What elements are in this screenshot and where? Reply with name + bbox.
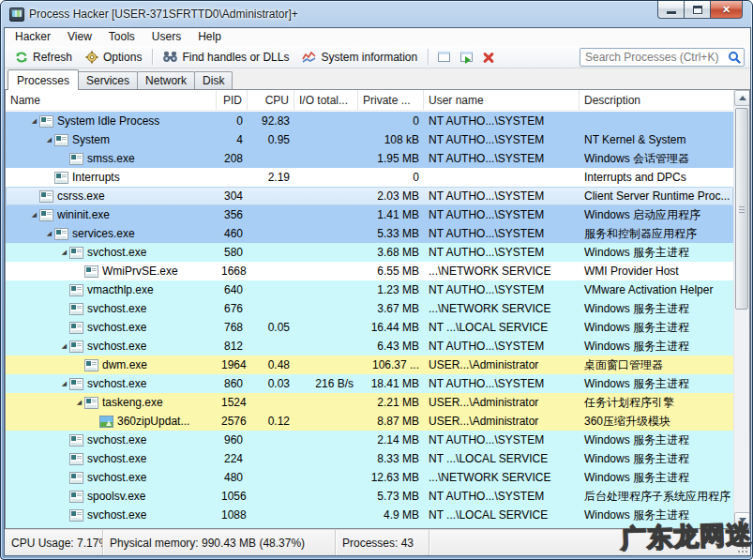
tab-bar: ProcessesServicesNetworkDisk — [5, 68, 750, 89]
expander-icon[interactable]: ◢ — [44, 136, 54, 144]
cell-cpu: 92.83 — [248, 114, 294, 128]
cell-name: svchost.exe — [6, 452, 217, 465]
table-row[interactable]: svchost.exe 768 0.05 16.44 MB NT ...\LOC… — [6, 318, 733, 337]
menu-item-hacker[interactable]: Hacker — [7, 28, 59, 46]
column-header-desc[interactable]: Description — [580, 90, 749, 110]
find-handles-label: Find handles or DLLs — [182, 51, 289, 64]
cell-user-name: NT AUTHO...\SYSTEM — [424, 189, 580, 203]
table-row[interactable]: csrss.exe 304 2.03 MB NT AUTHO...\SYSTEM… — [6, 187, 733, 205]
cell-description: NT Kernel & System — [580, 133, 733, 146]
menu-item-users[interactable]: Users — [143, 28, 189, 46]
find-handles-button[interactable]: Find handles or DLLs — [157, 47, 295, 67]
table-row[interactable]: vmacthlp.exe 640 1.23 MB NT AUTHO...\SYS… — [6, 280, 733, 299]
cell-pid: 460 — [217, 227, 248, 240]
process-name: svchost.exe — [87, 452, 146, 465]
table-row[interactable]: ◢ svchost.exe 812 6.43 MB NT AUTHO...\SY… — [6, 337, 733, 356]
terminate-button[interactable] — [477, 47, 500, 67]
expander-icon[interactable]: ◢ — [29, 117, 39, 125]
cell-private: 12.63 MB — [358, 471, 424, 484]
scrollbar-thumb[interactable] — [735, 108, 748, 310]
toolbar-separator — [152, 49, 153, 65]
expander-icon[interactable]: ◢ — [59, 342, 69, 350]
cell-description: Client Server Runtime Proc... — [580, 189, 733, 203]
cell-description: 任务计划程序引擎 — [580, 395, 733, 411]
system-information-button[interactable]: System information — [295, 47, 424, 67]
table-row[interactable]: Interrupts 2.19 0 Interrupts and DPCs — [6, 168, 733, 187]
column-header-pid[interactable]: PID — [217, 90, 248, 110]
search-input[interactable] — [585, 51, 728, 64]
tab-processes[interactable]: Processes — [8, 69, 79, 90]
column-header-cpu[interactable]: CPU — [248, 90, 294, 110]
refresh-label: Refresh — [33, 51, 72, 64]
refresh-button[interactable]: Refresh — [8, 47, 79, 67]
table-row[interactable]: ◢ System 4 0.95 108 kB NT AUTHO...\SYSTE… — [6, 130, 733, 149]
process-icon — [39, 115, 53, 128]
cell-private: 8.33 MB — [358, 452, 424, 465]
tab-disk[interactable]: Disk — [194, 71, 233, 89]
table-row[interactable]: spoolsv.exe 1056 5.73 MB NT AUTHO...\SYS… — [6, 487, 733, 506]
table-row[interactable]: dwm.exe 1964 0.48 106.37 ... USER...\Adm… — [6, 356, 733, 374]
column-header-user[interactable]: User name — [424, 90, 580, 110]
expander-icon[interactable]: ◢ — [59, 380, 69, 387]
process-icon — [69, 153, 83, 165]
column-header-row: NamePIDCPUI/O total...Private ...User na… — [6, 90, 749, 111]
window-go-button[interactable] — [455, 47, 477, 67]
table-row[interactable]: svchost.exe 480 12.63 MB ...\NETWORK SER… — [6, 468, 733, 487]
table-row[interactable]: svchost.exe 676 3.67 MB ...\NETWORK SERV… — [6, 299, 733, 318]
scroll-up-button[interactable] — [734, 90, 750, 106]
cell-private: 1.41 MB — [358, 208, 424, 221]
red-x-icon — [483, 52, 494, 63]
table-row[interactable]: ◢ services.exe 460 5.33 MB NT AUTHO...\S… — [6, 224, 733, 243]
cell-user-name: USER...\Administrator — [424, 415, 580, 428]
table-row[interactable]: svchost.exe 224 8.33 MB NT ...\LOCAL SER… — [6, 449, 733, 468]
cell-private: 1.23 MB — [358, 283, 424, 296]
process-name: spoolsv.exe — [87, 490, 145, 503]
cell-description: 后台处理程序子系统应用程序 — [580, 489, 733, 505]
cell-private: 2.14 MB — [358, 433, 424, 446]
menu-item-tools[interactable]: Tools — [100, 28, 143, 46]
cell-description: 桌面窗口管理器 — [580, 357, 733, 373]
menu-item-help[interactable]: Help — [189, 28, 230, 46]
options-button[interactable]: Options — [79, 47, 148, 67]
cell-name: ◢ svchost.exe — [6, 340, 217, 353]
table-row[interactable]: ◢ System Idle Process 0 92.83 0 NT AUTHO… — [6, 112, 733, 130]
tab-services[interactable]: Services — [78, 71, 138, 89]
close-button[interactable]: ✕ — [710, 1, 743, 19]
maximize-button[interactable] — [684, 1, 711, 19]
cell-user-name: NT AUTHO...\SYSTEM — [424, 340, 580, 353]
expander-icon[interactable]: ◢ — [44, 230, 54, 237]
column-header-name[interactable]: Name — [6, 90, 217, 110]
cell-pid: 640 — [217, 283, 248, 296]
cell-user-name: NT AUTHO...\SYSTEM — [424, 133, 580, 146]
process-icon — [69, 491, 83, 503]
tab-network[interactable]: Network — [137, 71, 195, 89]
table-row[interactable]: ◢ taskeng.exe 1524 2.21 MB USER...\Admin… — [6, 393, 733, 412]
table-row[interactable]: 360zipUpdat... 2576 0.12 8.87 MB USER...… — [6, 412, 733, 431]
table-row[interactable]: svchost.exe 960 2.14 MB NT AUTHO...\SYST… — [6, 431, 733, 449]
table-row[interactable]: ◢ wininit.exe 356 1.41 MB NT AUTHO...\SY… — [6, 205, 733, 224]
cell-private: 106.37 ... — [358, 358, 424, 371]
table-row[interactable]: smss.exe 208 1.95 MB NT AUTHO...\SYSTEM … — [6, 149, 733, 168]
expander-icon[interactable]: ◢ — [29, 211, 39, 219]
process-name: vmacthlp.exe — [87, 283, 154, 296]
vertical-scrollbar[interactable] — [733, 90, 749, 528]
table-row[interactable]: ◢ svchost.exe 580 3.68 MB NT AUTHO...\SY… — [6, 243, 733, 262]
minimize-button[interactable] — [657, 1, 685, 19]
window-icon — [438, 52, 450, 62]
cell-name: 360zipUpdat... — [6, 415, 217, 428]
cell-user-name: NT AUTHO...\SYSTEM — [424, 283, 580, 296]
process-icon — [69, 284, 83, 296]
expander-icon[interactable]: ◢ — [74, 399, 84, 406]
table-row[interactable]: WmiPrvSE.exe 1668 6.55 MB ...\NETWORK SE… — [6, 262, 733, 280]
cell-user-name: NT AUTHO...\SYSTEM — [424, 152, 580, 165]
expander-icon[interactable]: ◢ — [59, 249, 69, 256]
menu-item-view[interactable]: View — [59, 28, 100, 46]
search-icon[interactable] — [728, 51, 741, 64]
gear-icon — [85, 51, 98, 64]
column-header-priv[interactable]: Private ... — [358, 90, 424, 110]
process-icon — [69, 434, 83, 446]
column-header-io[interactable]: I/O total... — [294, 90, 358, 110]
table-row[interactable]: ◢ svchost.exe 860 0.03 216 B/s 18.41 MB … — [6, 374, 733, 393]
cell-name: ◢ svchost.exe — [6, 377, 217, 390]
window-button[interactable] — [432, 47, 455, 67]
